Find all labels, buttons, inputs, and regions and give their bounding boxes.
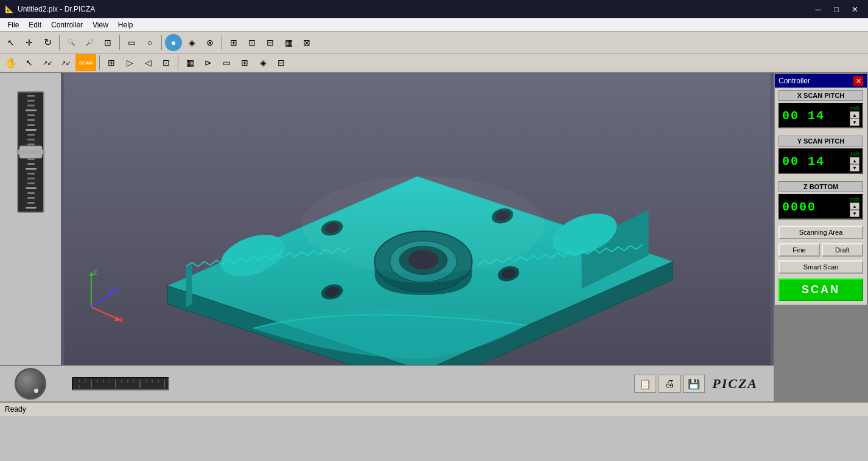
menu-file[interactable]: File <box>2 19 24 30</box>
app-icon: 📐 <box>5 5 14 13</box>
obj-btn-3[interactable]: ⊞ <box>225 34 242 51</box>
obj-btn-7[interactable]: ⊠ <box>298 34 315 51</box>
toolbar-separator-3 <box>161 35 162 50</box>
fine-button[interactable]: Fine <box>779 243 820 257</box>
svg-rect-5 <box>27 114 35 116</box>
svg-text:Z: Z <box>93 269 97 276</box>
rotation-knob[interactable] <box>15 368 46 400</box>
select3-button[interactable]: ↗↙ <box>57 54 74 71</box>
t2-btn-9[interactable]: ◈ <box>254 54 271 71</box>
t2-btn-5[interactable]: ▦ <box>181 54 198 71</box>
t2-btn-7[interactable]: ▭ <box>218 54 235 71</box>
svg-rect-19 <box>27 182 35 184</box>
svg-rect-2 <box>27 100 35 102</box>
y-scan-pitch-value: 00 14 <box>782 154 825 168</box>
obj-btn-5[interactable]: ⊟ <box>262 34 279 51</box>
z-bottom-section: Z BOTTOM 0000 inch ▲ ▼ <box>775 179 867 224</box>
y-pitch-up-button[interactable]: ▲ <box>850 157 859 164</box>
obj-btn-6[interactable]: ▦ <box>280 34 297 51</box>
title-left: 📐 Untitled2.pix - Dr.PICZA <box>5 5 95 13</box>
select2-button[interactable]: ↗↙ <box>39 54 56 71</box>
close-button[interactable]: ✕ <box>846 3 863 15</box>
axis-indicator: Z X Y <box>73 268 128 322</box>
logo-text: PICZA <box>712 376 758 391</box>
zoom-in-button[interactable]: 🔍 <box>63 34 80 51</box>
x-scan-pitch-section: X SCAN PITCH 00 14 inch ▲ ▼ <box>775 88 867 133</box>
svg-rect-6 <box>27 119 35 121</box>
bottom-right-icons: 📋 🖨 💾 PICZA <box>634 375 763 393</box>
move-tool-button[interactable]: ✛ <box>21 34 38 51</box>
scanning-area-button[interactable]: Scanning Area <box>779 226 863 239</box>
scan-button-section: SCAN <box>775 277 867 305</box>
t2-btn-2[interactable]: ▷ <box>121 54 138 71</box>
rotate3d-button[interactable]: ↻ <box>39 34 56 51</box>
bottom-toolbar: 📋 🖨 💾 PICZA <box>61 365 774 401</box>
draft-button[interactable]: Draft <box>822 243 863 257</box>
x-scan-pitch-label: X SCAN PITCH <box>779 90 863 101</box>
smart-scan-button[interactable]: Smart Scan <box>779 260 863 274</box>
controller-title: Controller <box>779 77 810 85</box>
zoom-out-button[interactable]: 🔎 <box>81 34 98 51</box>
maximize-button[interactable]: □ <box>828 3 845 15</box>
svg-point-54 <box>302 176 545 274</box>
sphere-button[interactable]: ● <box>165 34 182 51</box>
cursor-tool-button[interactable]: ↖ <box>2 34 19 51</box>
x-scan-pitch-value: 00 14 <box>782 109 825 123</box>
obj-btn-4[interactable]: ⊡ <box>243 34 261 51</box>
menu-edit[interactable]: Edit <box>24 19 46 30</box>
y-scan-pitch-display: 00 14 inch ▲ ▼ <box>779 148 863 174</box>
circle-select-button[interactable]: ○ <box>141 34 158 51</box>
horizontal-slider[interactable] <box>72 377 169 390</box>
x-pitch-up-button[interactable]: ▲ <box>850 111 859 119</box>
window-title: Untitled2.pix - Dr.PICZA <box>18 5 95 13</box>
t2-btn-3[interactable]: ◁ <box>139 54 156 71</box>
svg-rect-17 <box>27 173 35 175</box>
menu-help[interactable]: Help <box>113 19 138 30</box>
left-panel <box>0 73 61 401</box>
copy-button[interactable]: 📋 <box>634 375 656 393</box>
minimize-button[interactable]: ─ <box>810 3 827 15</box>
t2-btn-1[interactable]: ⊞ <box>103 54 120 71</box>
x-pitch-down-button[interactable]: ▼ <box>850 119 859 126</box>
t2-btn-10[interactable]: ⊟ <box>273 54 290 71</box>
controller-panel: Controller ✕ X SCAN PITCH 00 14 inch ▲ ▼… <box>774 73 868 306</box>
toolbar-separator-1 <box>59 35 60 50</box>
svg-rect-23 <box>27 202 35 204</box>
t2-btn-4[interactable]: ⊡ <box>158 54 175 71</box>
svg-rect-8 <box>26 129 37 131</box>
vertical-slider[interactable] <box>17 91 44 213</box>
scan-mode-button[interactable]: SCAN <box>75 54 96 71</box>
z-bottom-unit: inch <box>849 196 859 203</box>
y-pitch-down-button[interactable]: ▼ <box>850 164 859 172</box>
knob-area <box>0 365 61 401</box>
rect-select-button[interactable]: ▭ <box>123 34 140 51</box>
t2-btn-6[interactable]: ⊳ <box>200 54 217 71</box>
obj-btn-1[interactable]: ◈ <box>183 34 200 51</box>
toolbar1: ↖ ✛ ↻ 🔍 🔎 ⊡ ▭ ○ ● ◈ ⊗ ⊞ ⊡ ⊟ ▦ ⊠ <box>0 32 868 54</box>
canvas-area[interactable]: Z X Y <box>61 73 774 365</box>
obj-btn-2[interactable]: ⊗ <box>201 34 219 51</box>
save-bottom-button[interactable]: 💾 <box>683 375 705 393</box>
hand-tool-button[interactable]: ✋ <box>2 54 19 71</box>
scan-button[interactable]: SCAN <box>779 279 863 301</box>
status-bar: Ready <box>0 401 868 416</box>
z-bottom-value: 0000 <box>782 200 816 214</box>
x-scan-pitch-unit: inch <box>849 105 859 111</box>
svg-rect-25 <box>19 146 42 158</box>
svg-rect-10 <box>27 139 35 140</box>
menu-view[interactable]: View <box>88 19 113 30</box>
zoom-fit-button[interactable]: ⊡ <box>99 34 116 51</box>
svg-rect-22 <box>27 197 35 199</box>
svg-rect-64 <box>73 378 168 389</box>
select1-button[interactable]: ↖ <box>21 54 38 71</box>
svg-rect-4 <box>26 109 37 111</box>
z-bottom-down-button[interactable]: ▼ <box>850 210 859 217</box>
t2-btn-8[interactable]: ⊞ <box>236 54 253 71</box>
controller-close-button[interactable]: ✕ <box>853 76 863 86</box>
3d-viewport <box>61 73 774 365</box>
toolbar-separator-4 <box>222 35 222 50</box>
z-bottom-up-button[interactable]: ▲ <box>850 203 859 210</box>
menu-controller[interactable]: Controller <box>46 19 88 30</box>
print-button[interactable]: 🖨 <box>659 375 681 393</box>
title-bar: 📐 Untitled2.pix - Dr.PICZA ─ □ ✕ <box>0 0 868 18</box>
